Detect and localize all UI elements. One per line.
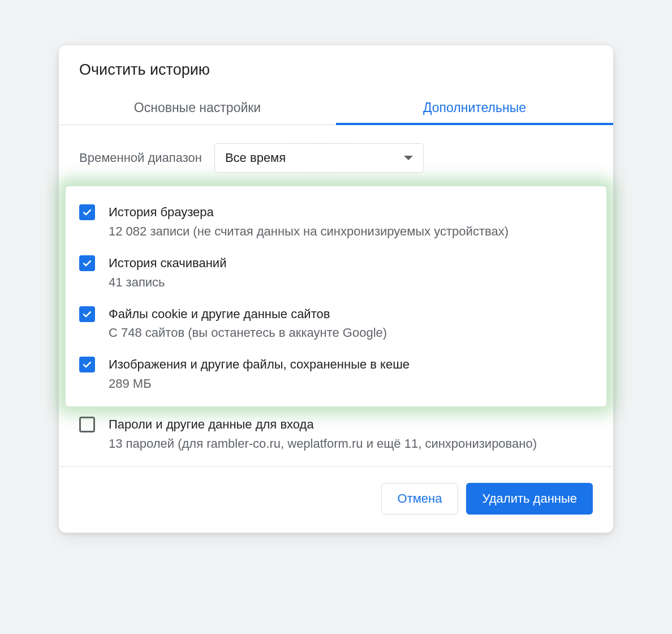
time-range-select-wrap: Все время (214, 143, 424, 173)
checkbox-browsing-history[interactable] (79, 204, 95, 220)
time-range-select[interactable]: Все время (214, 143, 424, 173)
check-desc: 13 паролей (для rambler-co.ru, weplatfor… (109, 435, 593, 453)
check-text: История браузера 12 082 записи (не счита… (109, 203, 593, 241)
check-row-download-history: История скачиваний 41 запись (79, 247, 593, 298)
dialog-title: Очистить историю (79, 61, 593, 79)
check-title: Пароли и другие данные для входа (109, 415, 593, 434)
check-row-passwords: Пароли и другие данные для входа 13 паро… (59, 406, 613, 467)
check-icon (81, 207, 93, 218)
check-desc: 12 082 записи (не считая данных на синхр… (109, 222, 593, 241)
check-icon (81, 258, 93, 269)
check-text: История скачиваний 41 запись (109, 254, 593, 292)
time-range-row: Временной диапазон Все время (59, 125, 613, 182)
check-icon (81, 359, 93, 370)
check-desc: С 748 сайтов (вы останетесь в аккаунте G… (109, 324, 593, 342)
check-title: Изображения и другие файлы, сохраненные … (109, 355, 593, 374)
check-text: Файлы cookie и другие данные сайтов С 74… (109, 305, 593, 342)
check-desc: 41 запись (109, 273, 593, 292)
checklist-highlighted: История браузера 12 082 записи (не счита… (66, 186, 606, 406)
chevron-down-icon (404, 156, 413, 160)
check-text: Пароли и другие данные для входа 13 паро… (109, 415, 593, 453)
checkbox-cookies[interactable] (79, 306, 95, 322)
check-title: Файлы cookie и другие данные сайтов (109, 305, 593, 323)
check-title: История скачиваний (109, 254, 593, 272)
checkbox-cached-images[interactable] (79, 357, 95, 372)
check-title: История браузера (109, 203, 593, 221)
confirm-button[interactable]: Удалить данные (466, 483, 593, 515)
tab-advanced[interactable]: Дополнительные (336, 92, 613, 125)
tab-basic[interactable]: Основные настройки (59, 92, 336, 125)
checklist-highlighted-wrap: История браузера 12 082 записи (не счита… (66, 186, 606, 406)
check-icon (81, 309, 93, 320)
time-range-selected-value: Все время (225, 151, 286, 165)
dialog-body: Временной диапазон Все время История бра… (59, 125, 613, 467)
time-range-label: Временной диапазон (79, 151, 202, 165)
check-row-cached-images: Изображения и другие файлы, сохраненные … (79, 349, 593, 400)
check-row-browsing-history: История браузера 12 082 записи (не счита… (79, 196, 593, 247)
cancel-button[interactable]: Отмена (381, 483, 459, 515)
dialog-header: Очистить историю (59, 45, 613, 92)
checkbox-download-history[interactable] (79, 255, 95, 271)
check-text: Изображения и другие файлы, сохраненные … (109, 355, 593, 393)
checkbox-passwords[interactable] (79, 417, 95, 432)
check-row-cookies: Файлы cookie и другие данные сайтов С 74… (79, 298, 593, 349)
tabs: Основные настройки Дополнительные (59, 92, 613, 125)
clear-history-dialog: Очистить историю Основные настройки Допо… (59, 45, 613, 533)
dialog-footer: Отмена Удалить данные (59, 467, 613, 533)
check-desc: 289 МБ (109, 375, 593, 393)
